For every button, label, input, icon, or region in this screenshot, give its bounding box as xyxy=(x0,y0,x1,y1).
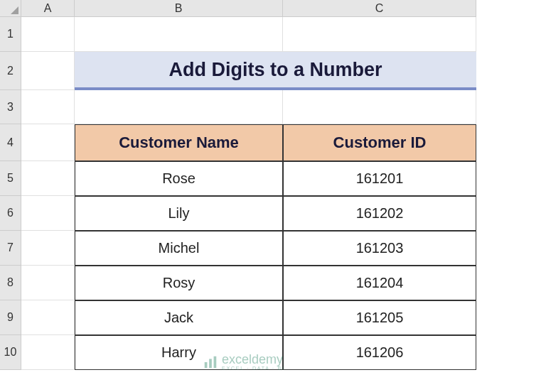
cell-a10[interactable] xyxy=(21,335,75,370)
watermark-sub: EXCEL · DATA · BI xyxy=(222,366,285,371)
cell-a2[interactable] xyxy=(21,52,75,90)
row-header-10[interactable]: 10 xyxy=(0,335,21,370)
table-row[interactable]: Jack xyxy=(75,300,283,335)
cell-c1[interactable] xyxy=(283,17,476,52)
col-header-b[interactable]: B xyxy=(75,0,283,17)
row-header-3[interactable]: 3 xyxy=(0,90,21,124)
row-header-1[interactable]: 1 xyxy=(0,17,21,52)
select-all-corner[interactable] xyxy=(0,0,21,17)
table-row[interactable]: Rosy xyxy=(75,266,283,300)
row-header-8[interactable]: 8 xyxy=(0,266,21,300)
table-row[interactable]: Michel xyxy=(75,231,283,266)
watermark: exceldemy EXCEL · DATA · BI xyxy=(203,353,285,371)
cell-a5[interactable] xyxy=(21,161,75,196)
svg-rect-2 xyxy=(214,356,217,368)
table-row[interactable]: 161204 xyxy=(283,266,476,300)
cell-a1[interactable] xyxy=(21,17,75,52)
title-cell[interactable]: Add Digits to a Number xyxy=(75,52,476,90)
cell-b1[interactable] xyxy=(75,17,283,52)
row-header-2[interactable]: 2 xyxy=(0,52,21,90)
table-row[interactable]: 161206 xyxy=(283,335,476,370)
cell-a3[interactable] xyxy=(21,90,75,124)
row-header-9[interactable]: 9 xyxy=(0,300,21,335)
cell-a8[interactable] xyxy=(21,266,75,300)
row-header-5[interactable]: 5 xyxy=(0,161,21,196)
table-row[interactable]: Lily xyxy=(75,196,283,231)
cell-a6[interactable] xyxy=(21,196,75,231)
table-row[interactable]: 161205 xyxy=(283,300,476,335)
svg-rect-1 xyxy=(209,359,212,368)
svg-rect-0 xyxy=(205,362,208,368)
spreadsheet-grid: A B C 1 2 Add Digits to a Number 3 4 Cus… xyxy=(0,0,546,370)
cell-a9[interactable] xyxy=(21,300,75,335)
col-header-a[interactable]: A xyxy=(21,0,75,17)
row-header-4[interactable]: 4 xyxy=(0,124,21,161)
col-header-c[interactable]: C xyxy=(283,0,476,17)
cell-b3[interactable] xyxy=(75,90,283,124)
header-customer-name[interactable]: Customer Name xyxy=(75,124,283,161)
header-customer-id[interactable]: Customer ID xyxy=(283,124,476,161)
table-row[interactable]: 161202 xyxy=(283,196,476,231)
row-header-6[interactable]: 6 xyxy=(0,196,21,231)
cell-a7[interactable] xyxy=(21,231,75,266)
table-row[interactable]: 161201 xyxy=(283,161,476,196)
watermark-main: exceldemy xyxy=(222,353,285,366)
row-header-7[interactable]: 7 xyxy=(0,231,21,266)
cell-c3[interactable] xyxy=(283,90,476,124)
watermark-text: exceldemy EXCEL · DATA · BI xyxy=(222,353,285,371)
table-row[interactable]: Rose xyxy=(75,161,283,196)
cell-a4[interactable] xyxy=(21,124,75,161)
chart-icon xyxy=(203,354,218,370)
table-row[interactable]: 161203 xyxy=(283,231,476,266)
